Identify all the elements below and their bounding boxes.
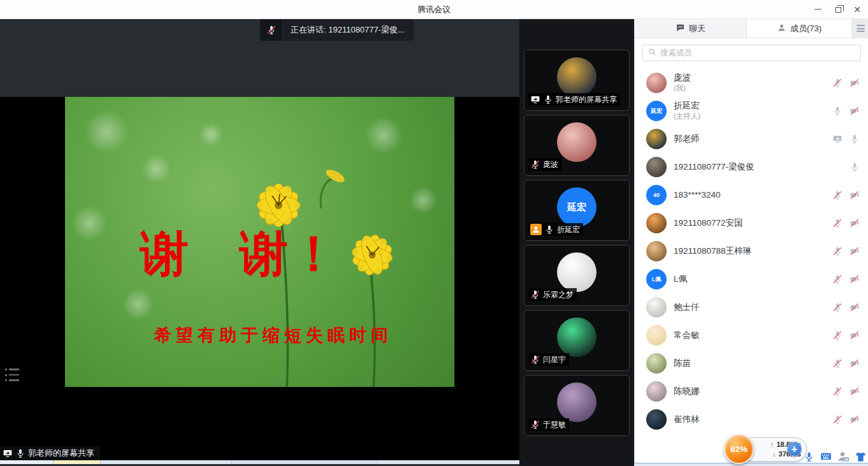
mic-muted-icon[interactable] xyxy=(832,330,843,340)
member-row[interactable]: 常会敏 xyxy=(635,321,868,349)
slide-subtitle: 希望有助于缩短失眠时间 xyxy=(154,324,393,347)
thumbnail-label: 闫星宇 xyxy=(528,353,569,366)
mic-tray-icon[interactable] xyxy=(802,450,815,463)
member-row[interactable]: L佩L佩 xyxy=(635,265,868,293)
mic-muted-icon[interactable] xyxy=(832,246,843,256)
cam-off-icon[interactable] xyxy=(850,78,860,88)
close-button[interactable]: ✕ xyxy=(848,0,867,18)
mic-muted-icon[interactable] xyxy=(832,190,843,200)
tab-members-label: 成员(73) xyxy=(790,23,821,34)
member-name: 陈苗 xyxy=(674,358,832,369)
cam-off-icon[interactable] xyxy=(850,190,860,200)
widget-plus-button[interactable]: + xyxy=(787,442,802,456)
member-row[interactable]: 陈苗 xyxy=(635,349,868,377)
thumbnail-name: 郭老师的屏幕共享 xyxy=(556,94,617,105)
speaking-toast-text: 正在讲话: 19211080777-梁俊... xyxy=(283,19,414,41)
thumbnail-name: 于慧敏 xyxy=(543,419,566,430)
presentation-slide: 谢 谢！ 希望有助于缩短失眠时间 xyxy=(65,97,454,387)
avatar xyxy=(557,57,597,97)
avatar xyxy=(646,213,667,233)
mic-muted-icon[interactable] xyxy=(832,78,843,88)
video-thumbnail[interactable]: 闫星宇 xyxy=(524,310,630,371)
video-thumbnail[interactable]: 于慧敏 xyxy=(524,375,630,436)
member-row[interactable]: 19211080788王梓琳 xyxy=(635,237,868,265)
member-row[interactable]: 郭老师 xyxy=(635,125,868,153)
mic-muted-icon xyxy=(530,289,540,300)
member-row[interactable]: 19211080777-梁俊俊 xyxy=(635,153,868,181)
cam-off-icon[interactable] xyxy=(850,358,860,368)
minimize-button[interactable] xyxy=(808,0,827,18)
avatar xyxy=(646,241,667,261)
person-26-icon[interactable]: 26 xyxy=(837,450,850,463)
layout-list-icon[interactable] xyxy=(5,368,19,381)
mic-icon[interactable] xyxy=(850,162,860,172)
mic-muted-icon xyxy=(530,159,540,170)
screen-share-label: 郭老师的屏幕共享 xyxy=(0,446,100,460)
tab-chat-label: 聊天 xyxy=(689,23,705,34)
video-thumbnail[interactable]: 郭老师的屏幕共享 xyxy=(524,50,630,111)
cam-off-icon[interactable] xyxy=(850,106,860,116)
screen-share-icon xyxy=(530,94,540,105)
cam-off-icon[interactable] xyxy=(850,414,860,425)
main-stage: 谢 谢！ 希望有助于缩短失眠时间 正在讲话: 19211080777-梁俊...… xyxy=(0,19,519,466)
member-row[interactable]: 陈晓娜 xyxy=(635,377,868,405)
host-icon xyxy=(530,224,542,235)
mic-muted-icon[interactable] xyxy=(832,274,843,284)
avatar xyxy=(557,122,597,162)
mic-icon[interactable] xyxy=(832,106,843,116)
cam-off-icon[interactable] xyxy=(850,218,860,228)
member-name: 郭老师 xyxy=(674,134,832,145)
mic-icon[interactable] xyxy=(850,134,860,144)
skin-shirt-icon[interactable] xyxy=(854,450,867,463)
tab-members[interactable]: 成员(73) xyxy=(747,19,852,38)
member-row[interactable]: 崔伟林 xyxy=(635,405,868,433)
avatar xyxy=(646,73,667,93)
member-row[interactable]: 19211080772安国 xyxy=(635,209,868,237)
member-name: 183****3240 xyxy=(674,190,832,201)
mic-muted-icon[interactable] xyxy=(832,218,843,228)
screen-share-label-text: 郭老师的屏幕共享 xyxy=(28,448,94,459)
member-name: 鲍士仟 xyxy=(674,302,832,313)
member-name: 陈晓娜 xyxy=(674,386,832,397)
thumbnail-label: 于慧敏 xyxy=(528,418,569,431)
tab-chat[interactable]: 聊天 xyxy=(635,19,747,38)
cam-off-icon[interactable] xyxy=(850,246,860,256)
cam-off-icon[interactable] xyxy=(850,386,860,397)
mic-muted-icon xyxy=(530,419,540,430)
panel-menu-button[interactable] xyxy=(852,19,868,38)
screen-share-icon[interactable] xyxy=(832,134,843,144)
members-panel: 聊天 成员(73) 庞波(我) 延宏折延宏(主持人) 郭老师 192110807… xyxy=(634,19,868,466)
video-thumbnail[interactable]: 庞波 xyxy=(524,115,630,176)
member-row[interactable]: 鲍士仟 xyxy=(635,293,868,321)
video-thumbnail[interactable]: 乐霖之梦 xyxy=(524,245,630,306)
cam-off-icon[interactable] xyxy=(850,274,860,284)
plus-label: + xyxy=(792,444,797,455)
cam-off-icon[interactable] xyxy=(850,302,860,312)
video-thumbnail[interactable]: 延宏 折延宏 xyxy=(524,180,630,241)
upload-arrow-icon: ↑ xyxy=(770,440,774,449)
mic-muted-icon[interactable] xyxy=(832,414,843,425)
memory-usage-ball[interactable]: 82% xyxy=(724,434,754,464)
keyboard-icon[interactable] xyxy=(820,450,832,463)
mic-muted-icon[interactable] xyxy=(832,358,843,368)
thumbnail-name: 折延宏 xyxy=(557,224,580,235)
mic-muted-icon xyxy=(530,354,540,365)
member-name: 19211080772安国 xyxy=(674,218,832,229)
member-search-input[interactable] xyxy=(660,48,855,57)
mic-muted-icon[interactable] xyxy=(832,386,843,397)
avatar xyxy=(557,252,597,292)
member-name: L佩 xyxy=(674,274,832,285)
mic-muted-icon[interactable] xyxy=(832,302,843,312)
member-row[interactable]: 40183****3240 xyxy=(635,181,868,209)
cam-off-icon[interactable] xyxy=(850,330,860,340)
member-search[interactable] xyxy=(642,45,861,61)
avatar xyxy=(646,297,667,317)
member-row[interactable]: 延宏折延宏(主持人) xyxy=(635,97,868,125)
mic-icon xyxy=(543,94,553,105)
member-name: 折延宏 xyxy=(674,101,832,112)
mic-icon xyxy=(15,448,25,458)
avatar xyxy=(646,325,667,346)
member-row[interactable]: 庞波(我) xyxy=(635,69,868,97)
restore-button[interactable] xyxy=(828,0,848,18)
screen-share-icon xyxy=(3,448,13,458)
